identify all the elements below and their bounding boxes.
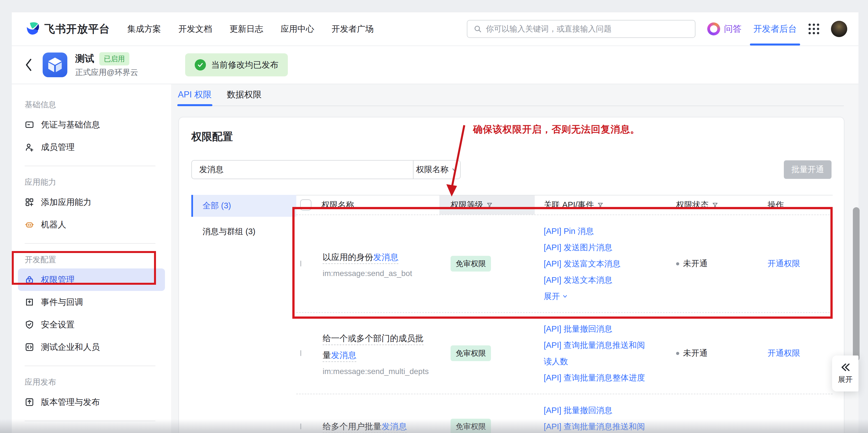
tab-data-permissions[interactable]: 数据权限 xyxy=(226,89,262,100)
row-checkbox[interactable] xyxy=(300,261,301,266)
feishu-logo[interactable]: 飞书开放平台 xyxy=(25,21,110,37)
check-circle-icon xyxy=(195,59,206,70)
scope-id: im:message:send_as_bot xyxy=(322,268,431,279)
app-meta: 测试 已启用 正式应用@环界云 xyxy=(75,52,138,78)
level-badge: 免审权限 xyxy=(451,419,491,433)
scope-id: im:message:send_multi_depts xyxy=(322,367,431,377)
permission-name-cell: 给一个或多个部门的成员批量发消息 im:message:send_multi_d… xyxy=(319,330,439,377)
table-area: 全部 (3) 消息与群组 (3) 权限名称 权限等级 xyxy=(191,195,832,433)
sidebar-item-bot[interactable]: 机器人 xyxy=(12,213,171,236)
vertical-scrollbar[interactable] xyxy=(853,207,860,361)
status-text: 未开通 xyxy=(683,348,708,359)
platform-title: 飞书开放平台 xyxy=(44,22,110,36)
sidebar-item-security[interactable]: 安全设置 xyxy=(12,313,171,336)
api-link[interactable]: [API] 查询批量消息整体进度 xyxy=(544,370,653,386)
apps-grid-icon[interactable] xyxy=(808,24,819,34)
publish-status-pill: 当前修改均已发布 xyxy=(185,53,288,76)
user-avatar[interactable] xyxy=(831,21,847,37)
table-row: 以应用的身份发消息 im:message:send_as_bot 免审权限 [A… xyxy=(296,215,833,313)
status-text: 未开通 xyxy=(683,258,708,269)
member-icon xyxy=(25,142,34,152)
sidebar-section-release: 应用发布 xyxy=(25,377,171,387)
qa-ring-icon xyxy=(707,23,720,35)
api-list-cell: [API] Pin 消息 [API] 发送图片消息 [API] 发送富文本消息 … xyxy=(535,223,670,305)
qa-label: 问答 xyxy=(724,23,742,35)
enabled-status-badge: 已启用 xyxy=(99,52,129,65)
nav-item-app-center[interactable]: 应用中心 xyxy=(281,23,314,35)
row-checkbox[interactable] xyxy=(300,424,301,429)
sidebar: 基础信息 凭证与基础信息 xyxy=(12,84,171,433)
enable-permission-link[interactable]: 开通权限 xyxy=(768,259,800,268)
nav-item-integration[interactable]: 集成方案 xyxy=(127,23,161,35)
category-all[interactable]: 全部 (3) xyxy=(191,195,296,217)
global-search-input[interactable] xyxy=(486,24,689,33)
filter-funnel-icon[interactable] xyxy=(487,202,493,208)
toolbar: 权限名称 批量开通 xyxy=(191,160,832,179)
filter-funnel-icon[interactable] xyxy=(597,202,603,208)
api-link[interactable]: [API] 批量撤回消息 xyxy=(544,402,653,418)
qa-link[interactable]: 问答 xyxy=(707,23,742,35)
sidebar-item-events[interactable]: 事件与回调 xyxy=(12,291,171,313)
col-header-name: 权限名称 xyxy=(321,199,354,211)
api-link[interactable]: [API] 发送图片消息 xyxy=(544,239,653,256)
search-field-select[interactable]: 权限名称 xyxy=(413,161,460,179)
app-header: 测试 已启用 正式应用@环界云 当前修改均已发布 xyxy=(12,46,859,84)
expand-panel-button[interactable]: 展开 xyxy=(832,355,859,392)
api-link[interactable]: [API] 查询批量消息推送和阅读人数 xyxy=(544,337,653,370)
permission-search-box: 权限名称 xyxy=(191,160,461,179)
category-message-group[interactable]: 消息与群组 (3) xyxy=(191,221,296,242)
shield-check-icon xyxy=(25,320,34,329)
publish-icon xyxy=(25,397,34,407)
content-area: API 权限 数据权限 权限配置 权限名称 xyxy=(171,84,859,433)
permission-tabs: API 权限 数据权限 xyxy=(177,84,844,106)
cube-icon xyxy=(43,53,67,77)
screenshot-stage: 飞书开放平台 集成方案 开发文档 更新日志 应用中心 开发者广场 xyxy=(0,0,868,433)
api-link[interactable]: [API] Pin 消息 xyxy=(544,223,653,239)
bulk-enable-button[interactable]: 批量开通 xyxy=(784,160,832,179)
permission-search-input[interactable] xyxy=(192,161,413,179)
divider xyxy=(25,243,155,244)
main-row: 基础信息 凭证与基础信息 xyxy=(12,84,859,433)
search-highlight: 发消息 xyxy=(381,422,407,431)
nav-item-docs[interactable]: 开发文档 xyxy=(179,23,212,35)
search-highlight: 发消息 xyxy=(373,253,398,262)
chevron-down-icon xyxy=(562,293,568,299)
sidebar-item-permissions[interactable]: 权限管理 xyxy=(18,268,165,291)
nav-item-dev-plaza[interactable]: 开发者广场 xyxy=(332,23,374,35)
category-list: 全部 (3) 消息与群组 (3) xyxy=(191,195,296,433)
api-link[interactable]: [API] 发送富文本消息 xyxy=(544,256,653,272)
back-button[interactable] xyxy=(25,58,33,71)
table-header: 权限名称 权限等级 xyxy=(296,195,833,215)
sidebar-item-versions[interactable]: 版本管理与发布 xyxy=(12,391,171,413)
api-link[interactable]: [API] 发送文本消息 xyxy=(544,272,653,288)
robot-icon xyxy=(25,220,34,229)
double-chevron-left-icon xyxy=(840,363,850,372)
api-list-cell: [API] 批量撤回消息 [API] 查询批量消息推送和阅读人数 xyxy=(535,402,670,433)
tab-api-permissions[interactable]: API 权限 xyxy=(177,89,212,100)
filter-funnel-icon[interactable] xyxy=(712,202,718,208)
row-checkbox[interactable] xyxy=(300,350,301,356)
nav-item-changelog[interactable]: 更新日志 xyxy=(229,23,263,35)
app-icon xyxy=(43,53,67,77)
enable-permission-link[interactable]: 开通权限 xyxy=(768,348,800,357)
developer-console-tab[interactable]: 开发者后台 xyxy=(753,12,797,46)
sidebar-item-credentials[interactable]: 凭证与基础信息 xyxy=(12,113,171,136)
feishu-logo-icon xyxy=(25,21,40,37)
api-link[interactable]: [API] 查询批量消息推送和阅读人数 xyxy=(544,418,653,433)
col-header-action: 操作 xyxy=(768,199,784,211)
api-link[interactable]: [API] 批量撤回消息 xyxy=(544,321,653,337)
table-row: 给一个或多个部门的成员批量发消息 im:message:send_multi_d… xyxy=(296,313,833,394)
expand-api-link[interactable]: 展开 xyxy=(544,288,568,305)
sidebar-item-members[interactable]: 成员管理 xyxy=(12,136,171,158)
sidebar-item-add-capability[interactable]: 添加应用能力 xyxy=(12,191,171,213)
status-cell: 未开通 xyxy=(670,348,759,359)
sidebar-section-basic: 基础信息 xyxy=(25,99,171,110)
primary-nav: 集成方案 开发文档 更新日志 应用中心 开发者广场 xyxy=(127,23,374,35)
sidebar-item-test-org[interactable]: 测试企业和人员 xyxy=(12,336,171,358)
col-header-level: 权限等级 xyxy=(451,199,483,211)
nav-right-group: 问答 开发者后台 xyxy=(467,12,847,46)
select-all-checkbox[interactable] xyxy=(300,199,311,211)
search-icon xyxy=(473,25,482,33)
global-search-box[interactable] xyxy=(467,20,695,38)
permission-config-card: 权限配置 权限名称 xyxy=(179,117,844,433)
